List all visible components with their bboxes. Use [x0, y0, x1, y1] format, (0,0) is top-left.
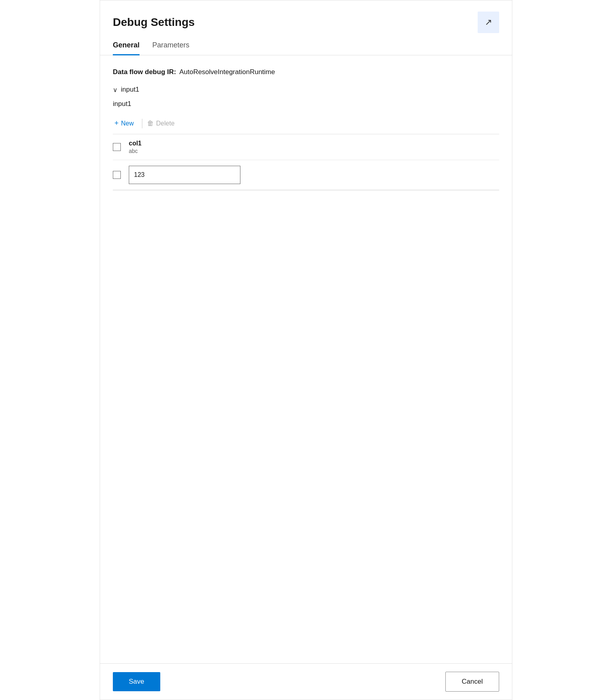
chevron-down-icon: ∨: [113, 86, 118, 94]
dialog-footer: Save Cancel: [100, 663, 512, 700]
header-checkbox[interactable]: [113, 143, 121, 151]
col-header-cell: col1 abc: [129, 140, 142, 154]
data-input[interactable]: [129, 166, 240, 184]
section-name: input1: [121, 86, 139, 94]
debug-ir-row: Data flow debug IR: AutoResolveIntegrati…: [113, 68, 499, 76]
input-section-label: input1: [113, 100, 499, 108]
new-button[interactable]: + New: [113, 117, 139, 130]
table-container: col1 abc: [113, 134, 499, 190]
data-row: [113, 160, 499, 190]
tab-general[interactable]: General: [113, 41, 140, 55]
toolbar-divider: [142, 119, 142, 128]
expand-icon: ↗: [485, 17, 492, 27]
col-type: abc: [129, 148, 142, 154]
plus-icon: +: [114, 119, 119, 127]
data-row-checkbox[interactable]: [113, 171, 121, 179]
debug-ir-label: Data flow debug IR:: [113, 68, 176, 76]
dialog-content: Data flow debug IR: AutoResolveIntegrati…: [100, 55, 512, 663]
new-button-label: New: [121, 120, 134, 127]
delete-button-label: Delete: [156, 120, 175, 127]
tabs-container: General Parameters: [100, 33, 512, 55]
expand-button[interactable]: ↗: [478, 12, 499, 33]
section-header[interactable]: ∨ input1: [113, 86, 499, 94]
col-name: col1: [129, 140, 142, 147]
delete-button[interactable]: 🗑 Delete: [146, 117, 179, 130]
table-row: col1 abc: [113, 134, 499, 160]
tab-parameters[interactable]: Parameters: [152, 41, 189, 55]
toolbar: + New 🗑 Delete: [113, 113, 499, 134]
save-button[interactable]: Save: [113, 672, 160, 691]
cancel-button[interactable]: Cancel: [445, 672, 499, 692]
debug-ir-value: AutoResolveIntegrationRuntime: [179, 68, 275, 76]
dialog-title: Debug Settings: [113, 16, 195, 29]
trash-icon: 🗑: [147, 120, 154, 127]
